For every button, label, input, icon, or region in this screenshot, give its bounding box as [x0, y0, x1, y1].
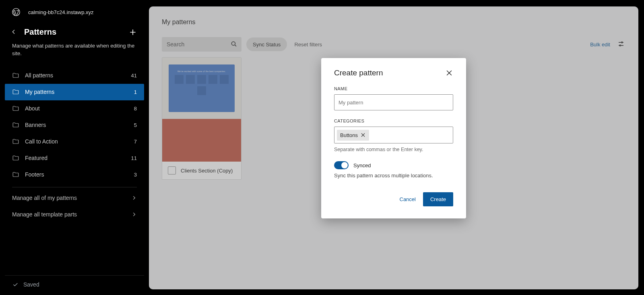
folder-icon [12, 154, 19, 162]
add-pattern-icon[interactable] [129, 28, 137, 36]
sidebar-item-banners[interactable]: Banners 5 [5, 117, 144, 133]
synced-label: Synced [353, 162, 371, 168]
sidebar-categories: All patterns 41 My patterns 1 About 8 Ba… [5, 67, 144, 183]
synced-toggle[interactable] [334, 161, 349, 169]
sidebar-item-label: About [25, 105, 40, 112]
sidebar-item-featured[interactable]: Featured 11 [5, 150, 144, 166]
folder-icon [12, 121, 19, 129]
sidebar-item-about[interactable]: About 8 [5, 100, 144, 117]
sidebar-item-count: 41 [131, 73, 137, 79]
sidebar-item-label: My patterns [25, 89, 54, 95]
sidebar-item-label: Banners [25, 122, 46, 128]
chevron-right-icon [131, 195, 137, 201]
chevron-right-icon [131, 212, 137, 217]
back-icon[interactable] [10, 29, 18, 36]
wordpress-logo-icon[interactable] [11, 7, 21, 17]
tag-label: Buttons [340, 132, 358, 138]
pattern-name-input[interactable] [334, 94, 453, 110]
link-label: Manage all of my patterns [12, 195, 77, 201]
sidebar-item-count: 7 [134, 139, 137, 145]
divider [12, 187, 137, 187]
categories-hint: Separate with commas or the Enter key. [334, 147, 453, 152]
folder-icon [12, 171, 19, 178]
save-status-label: Saved [23, 281, 39, 288]
synced-description: Sync this pattern across multiple locati… [334, 172, 453, 179]
create-pattern-modal: Create pattern NAME CATEGORIES Buttons [321, 58, 466, 218]
check-icon [12, 281, 19, 288]
close-icon[interactable] [445, 69, 453, 77]
sidebar-item-label: All patterns [25, 72, 53, 79]
link-label: Manage all template parts [12, 211, 77, 218]
sidebar-item-cta[interactable]: Call to Action 7 [5, 133, 144, 150]
save-status: Saved [5, 275, 144, 295]
cancel-button[interactable]: Cancel [400, 196, 416, 202]
create-button[interactable]: Create [423, 192, 453, 206]
sidebar-item-label: Call to Action [25, 138, 58, 145]
modal-overlay[interactable]: Create pattern NAME CATEGORIES Buttons [149, 6, 638, 289]
sidebar-item-count: 5 [134, 122, 137, 128]
sidebar-item-my-patterns[interactable]: My patterns 1 [5, 84, 144, 100]
sidebar-item-label: Featured [25, 155, 47, 161]
modal-title: Create pattern [334, 69, 383, 77]
sidebar-description: Manage what patterns are available when … [5, 42, 144, 67]
sidebar-item-count: 1 [134, 89, 137, 95]
site-name[interactable]: calming-bb7c24.instawp.xyz [28, 9, 94, 15]
folder-icon [12, 88, 19, 96]
folder-icon [12, 138, 19, 145]
sidebar-item-all-patterns[interactable]: All patterns 41 [5, 67, 144, 84]
category-tag: Buttons [337, 130, 369, 141]
name-field-label: NAME [334, 86, 453, 91]
sidebar-item-footers[interactable]: Footers 3 [5, 166, 144, 183]
manage-my-patterns-link[interactable]: Manage all of my patterns [5, 190, 144, 206]
sidebar: Patterns Manage what patterns are availa… [0, 24, 149, 295]
categories-field-label: CATEGORIES [334, 118, 453, 123]
sidebar-item-count: 8 [134, 106, 137, 112]
sidebar-title: Patterns [24, 27, 56, 37]
sidebar-item-label: Footers [25, 171, 44, 178]
manage-template-parts-link[interactable]: Manage all template parts [5, 206, 144, 223]
remove-tag-icon[interactable] [360, 132, 366, 138]
categories-input[interactable]: Buttons [334, 127, 453, 143]
main-content: My patterns Sync Status Reset filters Bu… [149, 6, 638, 289]
sidebar-item-count: 11 [131, 155, 137, 161]
folder-icon [12, 105, 19, 112]
sidebar-item-count: 3 [134, 172, 137, 178]
folder-icon [12, 72, 19, 79]
